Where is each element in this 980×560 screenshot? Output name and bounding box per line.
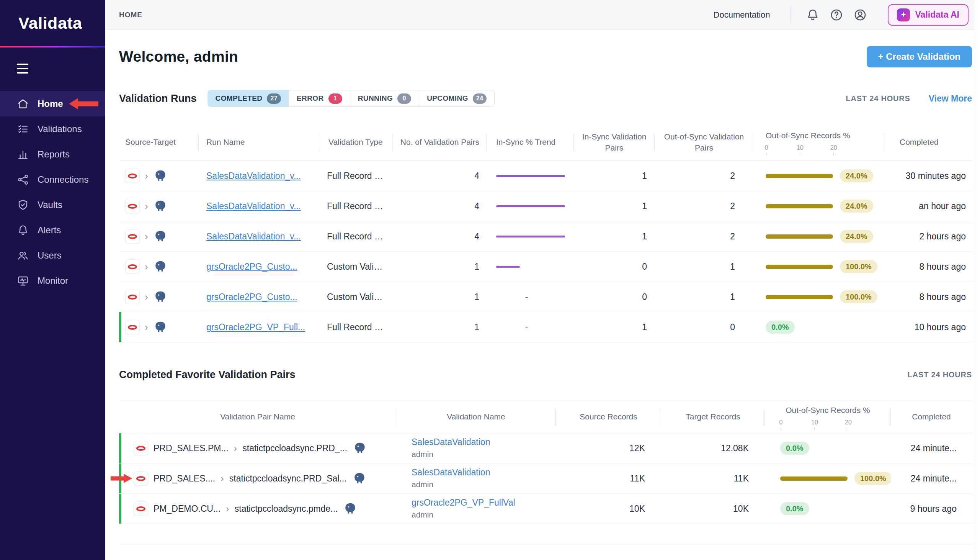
validation-runs-title: Validation Runs <box>119 93 197 105</box>
sidebar-item-monitor[interactable]: Monitor <box>0 268 105 293</box>
help-icon[interactable] <box>830 8 843 22</box>
view-more-link[interactable]: View More <box>929 93 972 104</box>
validation-name-link[interactable]: SalesDataValidation <box>412 467 548 478</box>
scrollbar[interactable] <box>974 0 980 560</box>
out-of-sync-pairs: 0 <box>654 322 753 332</box>
validata-ai-icon <box>897 8 910 22</box>
pair-target-name: statictpccloadsync.PRD_... <box>243 443 347 453</box>
completed-time: 2 hours ago <box>884 232 972 242</box>
favorites-title: Completed Favorite Validation Pairs <box>119 369 296 381</box>
documentation-link[interactable]: Documentation <box>714 10 770 20</box>
favorite-pair-row[interactable]: PM_DEMO.CU... › statictpccloadsync.pmde.… <box>119 494 972 524</box>
tab-error[interactable]: ERROR 1 <box>289 90 350 107</box>
target-records: 12.08K <box>661 443 765 453</box>
oracle-source-icon <box>125 320 140 334</box>
validata-ai-button[interactable]: Validata AI <box>888 4 968 26</box>
sidebar-item-alerts[interactable]: Alerts <box>0 218 105 243</box>
postgres-target-icon <box>352 441 367 455</box>
validation-run-row[interactable]: › grsOracle2PG_VP_Full... Full Record Va… <box>119 312 972 342</box>
num-validation-pairs: 4 <box>392 201 487 212</box>
run-name-link[interactable]: SalesDataValidation_v... <box>206 232 301 241</box>
run-name-link[interactable]: grsOracle2PG_Custo... <box>206 292 297 302</box>
sidebar-nav: Home Validations Reports Connections Vau… <box>0 91 105 293</box>
in-sync-trend <box>487 175 574 177</box>
tab-running[interactable]: RUNNING 0 <box>350 90 419 107</box>
oracle-source-icon <box>125 229 140 243</box>
out-of-sync-pairs: 2 <box>654 201 753 212</box>
alerts-icon <box>17 224 29 236</box>
column-header: Target Records <box>661 412 765 422</box>
postgres-target-icon <box>153 320 168 334</box>
postgres-target-icon <box>153 259 168 274</box>
source-records: 11K <box>556 473 661 484</box>
in-sync-trend <box>487 235 574 237</box>
favorite-pair-row[interactable]: PRD_SALES.... › statictpccloadsync.PRD_S… <box>119 463 972 494</box>
sidebar-item-vaults[interactable]: Vaults <box>0 192 105 218</box>
home-icon <box>17 98 29 110</box>
validation-run-row[interactable]: › grsOracle2PG_Custo... Custom Validatio… <box>119 282 972 312</box>
run-name-link[interactable]: SalesDataValidation_v... <box>206 201 301 211</box>
create-validation-button[interactable]: + Create Validation <box>867 46 972 67</box>
completed-time: 8 hours ago <box>884 262 972 272</box>
sidebar-item-users[interactable]: Users <box>0 243 105 268</box>
validation-type: Full Record Validation <box>319 322 392 332</box>
sidebar-item-label: Home <box>38 98 63 109</box>
hamburger-menu-icon[interactable] <box>17 63 29 73</box>
sidebar-item-connections[interactable]: Connections <box>0 167 105 192</box>
favorite-pair-row[interactable]: PRD_SALES.PM... › statictpccloadsync.PRD… <box>119 433 972 463</box>
out-of-sync-records: 100.0% <box>753 290 884 303</box>
chevron-right-icon: › <box>145 322 148 332</box>
records-bar <box>766 295 833 299</box>
run-name-link[interactable]: grsOracle2PG_Custo... <box>206 262 297 272</box>
profile-avatar-icon[interactable] <box>853 8 867 22</box>
column-header: In-Sync Validation Pairs <box>574 132 654 153</box>
sidebar-item-validations[interactable]: Validations <box>0 117 105 142</box>
out-of-sync-records: 0.0% <box>753 321 884 333</box>
connections-icon <box>17 173 29 186</box>
column-header: Completed <box>891 412 972 422</box>
validation-name-cell: SalesDataValidation admin <box>396 467 556 490</box>
run-name-link[interactable]: SalesDataValidation_v... <box>206 171 301 181</box>
runs-table-body: › SalesDataValidation_v... Full Record V… <box>119 161 972 342</box>
out-of-sync-records: 100.0% <box>765 472 891 485</box>
sidebar-item-home[interactable]: Home <box>0 91 105 117</box>
in-sync-pairs: 0 <box>574 262 654 272</box>
validation-run-row[interactable]: › SalesDataValidation_v... Full Record V… <box>119 222 972 252</box>
num-validation-pairs: 1 <box>392 262 487 272</box>
period-label: LAST 24 HOURS <box>908 370 972 379</box>
sidebar-item-reports[interactable]: Reports <box>0 142 105 167</box>
records-bar <box>766 234 833 238</box>
run-name-link[interactable]: grsOracle2PG_VP_Full... <box>206 322 305 332</box>
records-bar <box>766 174 833 178</box>
source-records: 12K <box>556 443 661 453</box>
logo-gradient-divider <box>0 46 105 47</box>
validation-run-row[interactable]: › SalesDataValidation_v... Full Record V… <box>119 191 972 222</box>
validation-run-row[interactable]: › grsOracle2PG_Custo... Custom Validatio… <box>119 252 972 282</box>
annotation-arrow <box>111 473 132 484</box>
validation-type: Full Record Validation <box>319 171 392 181</box>
tab-upcoming[interactable]: UPCOMING 24 <box>419 90 494 107</box>
validation-runs-tabs: COMPLETED 27 ERROR 1 RUNNING 0 UPCOMING … <box>208 90 495 107</box>
out-of-sync-records: 0.0% <box>765 502 891 515</box>
out-of-sync-records: 24.0% <box>753 169 884 182</box>
source-target-cell: › <box>119 259 199 274</box>
tab-completed[interactable]: COMPLETED 27 <box>208 90 289 107</box>
validation-name-link[interactable]: SalesDataValidation <box>412 437 548 448</box>
validation-runs-table: Source-Target Run Name Validation Type N… <box>119 124 972 342</box>
page-title: Welcome, admin <box>119 48 238 65</box>
column-header: Source Records <box>556 412 661 422</box>
tab-label: UPCOMING <box>427 94 468 103</box>
column-header: Source-Target <box>119 137 199 147</box>
validation-name-link[interactable]: grsOracle2PG_VP_FullVal <box>412 497 548 509</box>
in-sync-pairs: 1 <box>574 171 654 181</box>
in-sync-pairs: 1 <box>574 201 654 212</box>
validation-run-row[interactable]: › SalesDataValidation_v... Full Record V… <box>119 161 972 191</box>
sidebar-item-label: Vaults <box>38 200 62 210</box>
owner-label: admin <box>412 479 548 490</box>
column-header: Validation Name <box>396 412 556 422</box>
oracle-source-icon <box>125 290 140 304</box>
column-header: Out-of-Sync Records % 0 10 20 <box>765 405 891 428</box>
notifications-bell-icon[interactable] <box>806 8 820 22</box>
num-validation-pairs: 1 <box>392 322 487 332</box>
in-sync-pairs: 1 <box>574 322 654 332</box>
